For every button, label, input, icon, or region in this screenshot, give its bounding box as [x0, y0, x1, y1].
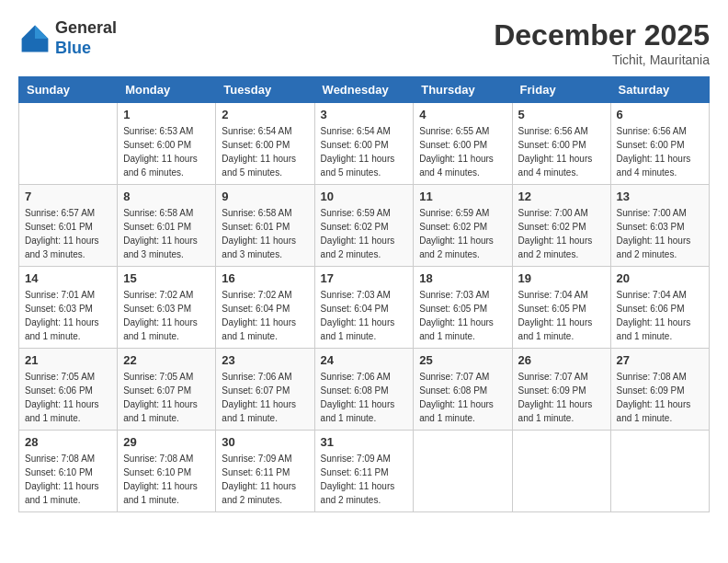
- day-info: Sunrise: 6:56 AM Sunset: 6:00 PM Dayligh…: [518, 124, 605, 179]
- calendar-cell: 6Sunrise: 6:56 AM Sunset: 6:00 PM Daylig…: [610, 103, 709, 185]
- day-info: Sunrise: 7:01 AM Sunset: 6:03 PM Dayligh…: [25, 288, 111, 343]
- day-number: 11: [419, 190, 506, 203]
- day-info: Sunrise: 7:05 AM Sunset: 6:06 PM Dayligh…: [25, 370, 111, 425]
- day-info: Sunrise: 7:08 AM Sunset: 6:10 PM Dayligh…: [25, 452, 111, 507]
- calendar-cell: 3Sunrise: 6:54 AM Sunset: 6:00 PM Daylig…: [314, 103, 414, 185]
- day-number: 5: [518, 108, 605, 121]
- calendar-cell: 26Sunrise: 7:07 AM Sunset: 6:09 PM Dayli…: [512, 349, 610, 431]
- calendar-cell: 9Sunrise: 6:58 AM Sunset: 6:01 PM Daylig…: [216, 185, 314, 267]
- calendar-cell: 30Sunrise: 7:09 AM Sunset: 6:11 PM Dayli…: [216, 431, 314, 512]
- calendar-cell: 1Sunrise: 6:53 AM Sunset: 6:00 PM Daylig…: [118, 103, 216, 185]
- day-info: Sunrise: 7:06 AM Sunset: 6:07 PM Dayligh…: [222, 370, 308, 425]
- day-info: Sunrise: 6:58 AM Sunset: 6:01 PM Dayligh…: [222, 206, 308, 261]
- logo: General Blue: [18, 18, 117, 58]
- calendar-cell: 17Sunrise: 7:03 AM Sunset: 6:04 PM Dayli…: [314, 267, 414, 349]
- day-info: Sunrise: 7:08 AM Sunset: 6:09 PM Dayligh…: [617, 370, 703, 425]
- title-block: December 2025 Tichit, Mauritania: [494, 18, 710, 67]
- day-number: 29: [123, 435, 210, 449]
- day-number: 24: [321, 353, 408, 367]
- day-number: 26: [518, 353, 605, 367]
- day-number: 12: [518, 190, 605, 203]
- day-info: Sunrise: 6:57 AM Sunset: 6:01 PM Dayligh…: [25, 206, 111, 261]
- day-number: 22: [123, 353, 210, 367]
- calendar-cell: 25Sunrise: 7:07 AM Sunset: 6:08 PM Dayli…: [414, 349, 512, 431]
- day-number: 19: [518, 271, 605, 285]
- calendar-cell: 7Sunrise: 6:57 AM Sunset: 6:01 PM Daylig…: [19, 185, 118, 267]
- day-info: Sunrise: 6:55 AM Sunset: 6:00 PM Dayligh…: [419, 124, 506, 179]
- calendar-header-row: SundayMondayTuesdayWednesdayThursdayFrid…: [19, 77, 710, 103]
- day-info: Sunrise: 7:03 AM Sunset: 6:04 PM Dayligh…: [321, 288, 408, 343]
- calendar-cell: 4Sunrise: 6:55 AM Sunset: 6:00 PM Daylig…: [414, 103, 512, 185]
- logo-icon: [18, 22, 51, 55]
- day-number: 10: [321, 190, 408, 203]
- calendar-cell: 16Sunrise: 7:02 AM Sunset: 6:04 PM Dayli…: [216, 267, 314, 349]
- day-number: 30: [222, 435, 308, 449]
- calendar-week-5: 28Sunrise: 7:08 AM Sunset: 6:10 PM Dayli…: [19, 431, 710, 512]
- calendar-cell: 15Sunrise: 7:02 AM Sunset: 6:03 PM Dayli…: [118, 267, 216, 349]
- calendar-cell: 14Sunrise: 7:01 AM Sunset: 6:03 PM Dayli…: [19, 267, 118, 349]
- calendar-header-sunday: Sunday: [19, 77, 118, 103]
- calendar-header-thursday: Thursday: [414, 77, 512, 103]
- day-info: Sunrise: 7:00 AM Sunset: 6:02 PM Dayligh…: [518, 206, 605, 261]
- day-info: Sunrise: 7:06 AM Sunset: 6:08 PM Dayligh…: [321, 370, 408, 425]
- day-info: Sunrise: 7:02 AM Sunset: 6:03 PM Dayligh…: [123, 288, 210, 343]
- month-title: December 2025: [494, 18, 710, 52]
- day-number: 1: [123, 108, 210, 121]
- calendar-cell: 11Sunrise: 6:59 AM Sunset: 6:02 PM Dayli…: [414, 185, 512, 267]
- calendar-cell: 21Sunrise: 7:05 AM Sunset: 6:06 PM Dayli…: [19, 349, 118, 431]
- calendar-cell: 27Sunrise: 7:08 AM Sunset: 6:09 PM Dayli…: [610, 349, 709, 431]
- day-info: Sunrise: 7:04 AM Sunset: 6:06 PM Dayligh…: [617, 288, 703, 343]
- day-number: 15: [123, 271, 210, 285]
- day-info: Sunrise: 7:07 AM Sunset: 6:08 PM Dayligh…: [419, 370, 506, 425]
- calendar-week-2: 7Sunrise: 6:57 AM Sunset: 6:01 PM Daylig…: [19, 185, 710, 267]
- calendar-cell: 24Sunrise: 7:06 AM Sunset: 6:08 PM Dayli…: [314, 349, 414, 431]
- calendar-cell: [414, 431, 512, 512]
- day-info: Sunrise: 6:54 AM Sunset: 6:00 PM Dayligh…: [321, 124, 408, 179]
- calendar-cell: 10Sunrise: 6:59 AM Sunset: 6:02 PM Dayli…: [314, 185, 414, 267]
- day-number: 6: [617, 108, 703, 121]
- calendar-week-4: 21Sunrise: 7:05 AM Sunset: 6:06 PM Dayli…: [19, 349, 710, 431]
- calendar-cell: 13Sunrise: 7:00 AM Sunset: 6:03 PM Dayli…: [610, 185, 709, 267]
- calendar-cell: [19, 103, 118, 185]
- day-info: Sunrise: 7:05 AM Sunset: 6:07 PM Dayligh…: [123, 370, 210, 425]
- calendar-cell: 5Sunrise: 6:56 AM Sunset: 6:00 PM Daylig…: [512, 103, 610, 185]
- day-info: Sunrise: 6:58 AM Sunset: 6:01 PM Dayligh…: [123, 206, 210, 261]
- day-number: 4: [419, 108, 506, 121]
- day-number: 31: [321, 435, 408, 449]
- calendar-header-friday: Friday: [512, 77, 610, 103]
- calendar-cell: 2Sunrise: 6:54 AM Sunset: 6:00 PM Daylig…: [216, 103, 314, 185]
- day-info: Sunrise: 6:54 AM Sunset: 6:00 PM Dayligh…: [222, 124, 308, 179]
- location: Tichit, Mauritania: [494, 52, 710, 67]
- day-number: 20: [617, 271, 703, 285]
- calendar-cell: 29Sunrise: 7:08 AM Sunset: 6:10 PM Dayli…: [118, 431, 216, 512]
- day-number: 2: [222, 108, 308, 121]
- day-number: 14: [25, 271, 111, 285]
- day-info: Sunrise: 7:00 AM Sunset: 6:03 PM Dayligh…: [617, 206, 703, 261]
- calendar-cell: 20Sunrise: 7:04 AM Sunset: 6:06 PM Dayli…: [610, 267, 709, 349]
- calendar-cell: 28Sunrise: 7:08 AM Sunset: 6:10 PM Dayli…: [19, 431, 118, 512]
- day-info: Sunrise: 7:02 AM Sunset: 6:04 PM Dayligh…: [222, 288, 308, 343]
- day-number: 27: [617, 353, 703, 367]
- calendar-cell: 12Sunrise: 7:00 AM Sunset: 6:02 PM Dayli…: [512, 185, 610, 267]
- calendar-header-saturday: Saturday: [610, 77, 709, 103]
- day-info: Sunrise: 7:03 AM Sunset: 6:05 PM Dayligh…: [419, 288, 506, 343]
- calendar-table: SundayMondayTuesdayWednesdayThursdayFrid…: [18, 76, 710, 512]
- calendar-week-3: 14Sunrise: 7:01 AM Sunset: 6:03 PM Dayli…: [19, 267, 710, 349]
- calendar-cell: 19Sunrise: 7:04 AM Sunset: 6:05 PM Dayli…: [512, 267, 610, 349]
- day-info: Sunrise: 6:53 AM Sunset: 6:00 PM Dayligh…: [123, 124, 210, 179]
- day-info: Sunrise: 7:04 AM Sunset: 6:05 PM Dayligh…: [518, 288, 605, 343]
- day-number: 28: [25, 435, 111, 449]
- day-info: Sunrise: 6:59 AM Sunset: 6:02 PM Dayligh…: [419, 206, 506, 261]
- calendar-cell: 18Sunrise: 7:03 AM Sunset: 6:05 PM Dayli…: [414, 267, 512, 349]
- day-number: 16: [222, 271, 308, 285]
- day-number: 8: [123, 190, 210, 203]
- day-info: Sunrise: 7:09 AM Sunset: 6:11 PM Dayligh…: [222, 452, 308, 507]
- svg-marker-1: [35, 25, 48, 38]
- day-number: 9: [222, 190, 308, 203]
- calendar-cell: 8Sunrise: 6:58 AM Sunset: 6:01 PM Daylig…: [118, 185, 216, 267]
- day-number: 21: [25, 353, 111, 367]
- calendar-cell: [610, 431, 709, 512]
- page-header: General Blue December 2025 Tichit, Mauri…: [18, 18, 710, 67]
- day-number: 3: [321, 108, 408, 121]
- day-info: Sunrise: 6:56 AM Sunset: 6:00 PM Dayligh…: [617, 124, 703, 179]
